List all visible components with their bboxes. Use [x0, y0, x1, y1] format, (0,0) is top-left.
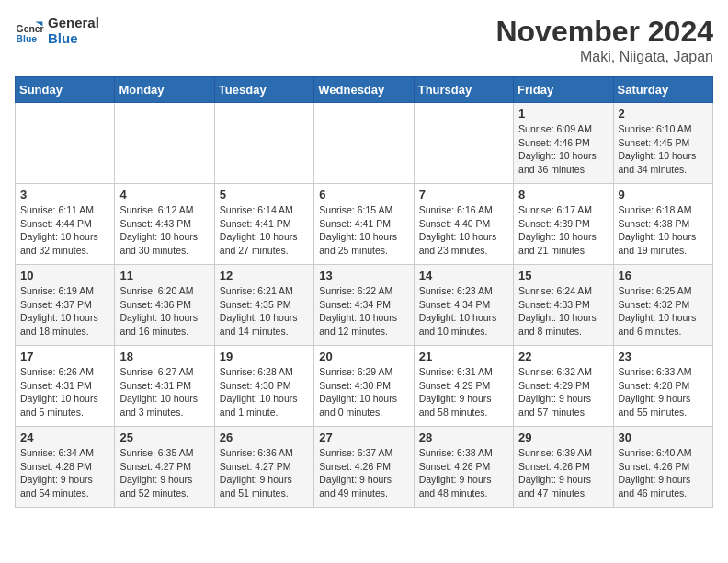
day-cell	[314, 103, 414, 184]
week-row-2: 3Sunrise: 6:11 AM Sunset: 4:44 PM Daylig…	[16, 184, 713, 265]
day-cell: 17Sunrise: 6:26 AM Sunset: 4:31 PM Dayli…	[16, 346, 115, 427]
day-cell: 21Sunrise: 6:31 AM Sunset: 4:29 PM Dayli…	[414, 346, 513, 427]
day-cell: 1Sunrise: 6:09 AM Sunset: 4:46 PM Daylig…	[514, 103, 613, 184]
day-info: Sunrise: 6:25 AM Sunset: 4:32 PM Dayligh…	[619, 284, 708, 339]
week-row-1: 1Sunrise: 6:09 AM Sunset: 4:46 PM Daylig…	[16, 103, 713, 184]
day-info: Sunrise: 6:26 AM Sunset: 4:31 PM Dayligh…	[20, 365, 109, 419]
day-info: Sunrise: 6:19 AM Sunset: 4:37 PM Dayligh…	[20, 284, 109, 339]
day-info: Sunrise: 6:15 AM Sunset: 4:41 PM Dayligh…	[319, 203, 408, 258]
day-number: 6	[319, 188, 408, 201]
day-number: 15	[518, 269, 608, 282]
day-cell: 22Sunrise: 6:32 AM Sunset: 4:29 PM Dayli…	[514, 346, 613, 427]
day-number: 27	[319, 431, 408, 444]
weekday-header-monday: Monday	[115, 77, 214, 103]
day-cell: 16Sunrise: 6:25 AM Sunset: 4:32 PM Dayli…	[613, 265, 712, 346]
logo-line1: General	[48, 15, 99, 30]
day-cell: 4Sunrise: 6:12 AM Sunset: 4:43 PM Daylig…	[115, 184, 214, 265]
day-number: 1	[518, 107, 608, 121]
weekday-header-sunday: Sunday	[16, 77, 115, 103]
day-info: Sunrise: 6:36 AM Sunset: 4:27 PM Dayligh…	[220, 446, 309, 500]
day-cell: 23Sunrise: 6:33 AM Sunset: 4:28 PM Dayli…	[613, 346, 712, 427]
day-number: 23	[619, 350, 708, 363]
day-number: 3	[20, 188, 109, 201]
day-cell: 28Sunrise: 6:38 AM Sunset: 4:26 PM Dayli…	[414, 427, 513, 508]
day-cell: 3Sunrise: 6:11 AM Sunset: 4:44 PM Daylig…	[16, 184, 115, 265]
weekday-header-friday: Friday	[514, 77, 613, 103]
day-info: Sunrise: 6:21 AM Sunset: 4:35 PM Dayligh…	[220, 284, 309, 339]
week-row-4: 17Sunrise: 6:26 AM Sunset: 4:31 PM Dayli…	[16, 346, 713, 427]
day-cell: 7Sunrise: 6:16 AM Sunset: 4:40 PM Daylig…	[414, 184, 513, 265]
day-cell: 30Sunrise: 6:40 AM Sunset: 4:26 PM Dayli…	[613, 427, 712, 508]
day-cell: 6Sunrise: 6:15 AM Sunset: 4:41 PM Daylig…	[314, 184, 414, 265]
day-number: 30	[619, 431, 708, 444]
weekday-header-thursday: Thursday	[414, 77, 513, 103]
day-cell	[16, 103, 115, 184]
day-cell: 18Sunrise: 6:27 AM Sunset: 4:31 PM Dayli…	[115, 346, 214, 427]
day-number: 19	[220, 350, 309, 363]
day-cell: 15Sunrise: 6:24 AM Sunset: 4:33 PM Dayli…	[514, 265, 613, 346]
weekday-header-tuesday: Tuesday	[214, 77, 313, 103]
day-number: 8	[518, 188, 608, 201]
svg-text:General: General	[17, 24, 44, 34]
day-number: 7	[419, 188, 508, 201]
day-number: 4	[119, 188, 209, 201]
day-number: 10	[20, 269, 109, 282]
title-block: November 2024 Maki, Niigata, Japan	[495, 15, 713, 65]
day-info: Sunrise: 6:14 AM Sunset: 4:41 PM Dayligh…	[220, 203, 309, 258]
day-info: Sunrise: 6:34 AM Sunset: 4:28 PM Dayligh…	[20, 446, 109, 500]
day-info: Sunrise: 6:32 AM Sunset: 4:29 PM Dayligh…	[518, 365, 608, 419]
day-info: Sunrise: 6:31 AM Sunset: 4:29 PM Dayligh…	[419, 365, 508, 419]
page-header: General Blue General Blue November 2024 …	[15, 15, 713, 65]
day-info: Sunrise: 6:17 AM Sunset: 4:39 PM Dayligh…	[518, 203, 608, 258]
day-number: 12	[220, 269, 309, 282]
day-cell: 13Sunrise: 6:22 AM Sunset: 4:34 PM Dayli…	[314, 265, 414, 346]
day-cell: 8Sunrise: 6:17 AM Sunset: 4:39 PM Daylig…	[514, 184, 613, 265]
day-cell: 26Sunrise: 6:36 AM Sunset: 4:27 PM Dayli…	[214, 427, 313, 508]
weekday-header-row: SundayMondayTuesdayWednesdayThursdayFrid…	[16, 77, 713, 103]
calendar-table: SundayMondayTuesdayWednesdayThursdayFrid…	[15, 76, 713, 508]
day-info: Sunrise: 6:23 AM Sunset: 4:34 PM Dayligh…	[419, 284, 508, 339]
day-info: Sunrise: 6:09 AM Sunset: 4:46 PM Dayligh…	[518, 122, 608, 177]
day-number: 22	[518, 350, 608, 363]
logo-line2: Blue	[48, 30, 99, 46]
day-number: 14	[419, 269, 508, 282]
day-cell: 14Sunrise: 6:23 AM Sunset: 4:34 PM Dayli…	[414, 265, 513, 346]
svg-text:Blue: Blue	[17, 34, 38, 44]
day-info: Sunrise: 6:28 AM Sunset: 4:30 PM Dayligh…	[220, 365, 309, 419]
day-number: 25	[119, 431, 209, 444]
day-number: 9	[619, 188, 708, 201]
day-cell: 25Sunrise: 6:35 AM Sunset: 4:27 PM Dayli…	[115, 427, 214, 508]
day-cell	[115, 103, 214, 184]
day-number: 2	[619, 107, 708, 121]
day-info: Sunrise: 6:39 AM Sunset: 4:26 PM Dayligh…	[518, 446, 608, 500]
day-number: 28	[419, 431, 508, 444]
day-cell: 12Sunrise: 6:21 AM Sunset: 4:35 PM Dayli…	[214, 265, 313, 346]
logo-icon: General Blue	[15, 16, 44, 45]
week-row-5: 24Sunrise: 6:34 AM Sunset: 4:28 PM Dayli…	[16, 427, 713, 508]
day-cell: 2Sunrise: 6:10 AM Sunset: 4:45 PM Daylig…	[613, 103, 712, 184]
day-cell: 19Sunrise: 6:28 AM Sunset: 4:30 PM Dayli…	[214, 346, 313, 427]
day-number: 18	[119, 350, 209, 363]
day-cell: 20Sunrise: 6:29 AM Sunset: 4:30 PM Dayli…	[314, 346, 414, 427]
day-info: Sunrise: 6:37 AM Sunset: 4:26 PM Dayligh…	[319, 446, 408, 500]
day-info: Sunrise: 6:11 AM Sunset: 4:44 PM Dayligh…	[20, 203, 109, 258]
day-number: 11	[119, 269, 209, 282]
day-cell: 29Sunrise: 6:39 AM Sunset: 4:26 PM Dayli…	[514, 427, 613, 508]
day-cell	[214, 103, 313, 184]
day-info: Sunrise: 6:16 AM Sunset: 4:40 PM Dayligh…	[419, 203, 508, 258]
week-row-3: 10Sunrise: 6:19 AM Sunset: 4:37 PM Dayli…	[16, 265, 713, 346]
day-number: 13	[319, 269, 408, 282]
day-info: Sunrise: 6:29 AM Sunset: 4:30 PM Dayligh…	[319, 365, 408, 419]
day-cell: 10Sunrise: 6:19 AM Sunset: 4:37 PM Dayli…	[16, 265, 115, 346]
day-info: Sunrise: 6:27 AM Sunset: 4:31 PM Dayligh…	[119, 365, 209, 419]
day-cell	[414, 103, 513, 184]
weekday-header-saturday: Saturday	[613, 77, 712, 103]
day-number: 26	[220, 431, 309, 444]
day-number: 17	[20, 350, 109, 363]
day-number: 24	[20, 431, 109, 444]
day-info: Sunrise: 6:18 AM Sunset: 4:38 PM Dayligh…	[619, 203, 708, 258]
day-info: Sunrise: 6:12 AM Sunset: 4:43 PM Dayligh…	[119, 203, 209, 258]
location: Maki, Niigata, Japan	[495, 49, 713, 65]
day-cell: 11Sunrise: 6:20 AM Sunset: 4:36 PM Dayli…	[115, 265, 214, 346]
day-number: 21	[419, 350, 508, 363]
